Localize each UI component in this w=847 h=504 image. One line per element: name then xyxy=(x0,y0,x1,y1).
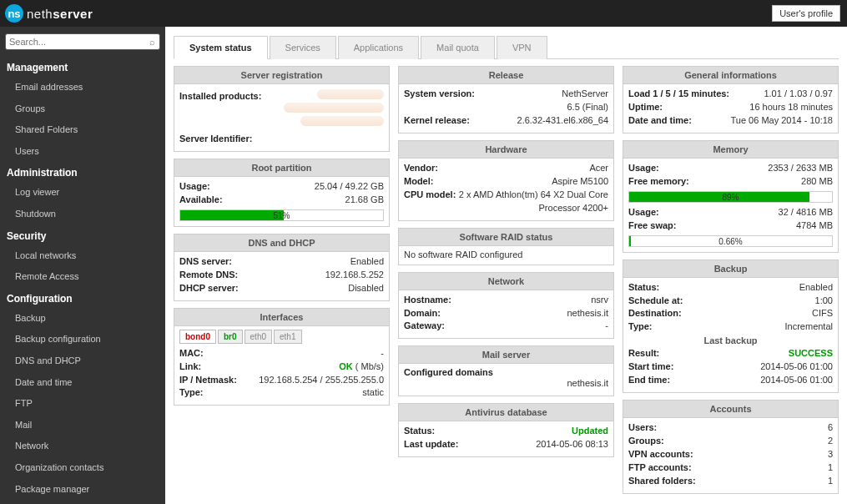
sidebar: ⌕ ManagementEmail addressesGroupsShared … xyxy=(0,27,165,504)
hw-label: CPU model: xyxy=(404,189,456,202)
ram-value: 2353 / 2633 MB xyxy=(768,162,833,175)
acc-value: 6 xyxy=(828,421,833,435)
release-value: 2.6.32-431.el6.x86_64 xyxy=(517,114,608,128)
hw-value: Acer xyxy=(589,162,608,175)
ram-label: Usage: xyxy=(628,162,659,175)
server-identifier-label: Server Identifier: xyxy=(179,133,252,146)
gen-value: 1.01 / 1.03 / 0.97 xyxy=(764,88,833,101)
backup-label: Status: xyxy=(628,281,659,295)
nav-section-security: Security xyxy=(0,225,165,245)
rootp-available-label: Available: xyxy=(179,194,223,207)
acc-value: 1 xyxy=(828,461,833,475)
nav-item-remote-access[interactable]: Remote Access xyxy=(0,266,165,288)
mail-panel: Mail server Configured domains nethesis.… xyxy=(398,345,614,396)
backup-last-row: End time:2014-05-06 01:00 xyxy=(628,374,833,387)
nav-item-organization-contacts[interactable]: Organization contacts xyxy=(0,457,165,479)
brand-text: nethserver xyxy=(27,7,93,21)
product-decor xyxy=(284,89,384,131)
mail-domain: nethesis.it xyxy=(567,377,608,391)
nav-item-log-viewer[interactable]: Log viewer xyxy=(0,182,165,204)
hw-label: Vendor: xyxy=(404,162,438,175)
dns-row: DHCP server:Disabled xyxy=(179,282,384,295)
iface-tab-br0[interactable]: br0 xyxy=(218,330,243,344)
acc-label: Users: xyxy=(628,421,657,435)
gen-label: Uptime: xyxy=(628,101,663,114)
nav-item-ftp[interactable]: FTP xyxy=(0,393,165,415)
nav-item-mail[interactable]: Mail xyxy=(0,415,165,436)
ram-row: Free memory:280 MB xyxy=(628,175,833,189)
nav-item-package-manager[interactable]: Package manager xyxy=(0,479,165,501)
av-status-value: Updated xyxy=(572,425,608,438)
iface-tab-bond0[interactable]: bond0 xyxy=(179,330,216,344)
panel-title: Antivirus database xyxy=(399,404,613,421)
nav-item-shared-folders[interactable]: Shared Folders xyxy=(0,119,165,141)
interfaces-panel: Interfaces bond0br0eth0eth1 MAC:-Link:OK… xyxy=(174,308,390,406)
antivirus-panel: Antivirus database Status:Updated Last u… xyxy=(398,403,614,457)
nav-section-configuration: Configuration xyxy=(0,288,165,308)
nav-item-dns-and-dhcp[interactable]: DNS and DHCP xyxy=(0,350,165,372)
rootp-available-value: 21.68 GB xyxy=(345,194,384,207)
installed-products-label: Installed products: xyxy=(179,90,261,103)
tab-services[interactable]: Services xyxy=(270,36,336,59)
panel-title: Hardware xyxy=(399,141,613,159)
iface-row: Type:static xyxy=(179,386,384,400)
rootp-usage-value: 25.04 / 49.22 GB xyxy=(315,180,384,194)
general-info-panel: General informations Load 1 / 5 / 15 min… xyxy=(623,66,839,134)
nav-item-backup-configuration[interactable]: Backup configuration xyxy=(0,329,165,350)
nav-item-backup[interactable]: Backup xyxy=(0,308,165,330)
tab-system-status[interactable]: System status xyxy=(174,36,268,59)
acc-label: Groups: xyxy=(628,435,664,448)
tab-applications[interactable]: Applications xyxy=(338,36,419,59)
backup-last-value: SUCCESS xyxy=(789,347,833,360)
av-last-label: Last update: xyxy=(404,438,458,451)
search-input[interactable] xyxy=(5,33,160,50)
mail-configured-label: Configured domains xyxy=(404,367,608,377)
backup-panel: Backup Status:EnabledSchedule at:1:00Des… xyxy=(623,260,839,394)
net-label: Domain: xyxy=(404,307,441,320)
acc-row: Shared folders:1 xyxy=(628,475,833,488)
backup-value: 1:00 xyxy=(815,295,833,308)
backup-value: CIFS xyxy=(812,307,833,320)
hw-value: Aspire M5100 xyxy=(552,175,608,189)
users-profile-button[interactable]: User's profile xyxy=(772,5,840,22)
raid-text: No software RAID configured xyxy=(404,249,608,260)
nav-item-network[interactable]: Network xyxy=(0,436,165,457)
acc-label: FTP accounts: xyxy=(628,461,692,475)
brand-name-bold: server xyxy=(53,7,93,21)
last-backup-title: Last backup xyxy=(628,334,833,347)
backup-row: Type:Incremental xyxy=(628,320,833,334)
nav-item-date-and-time[interactable]: Date and time xyxy=(0,372,165,394)
nav-item-server-name[interactable]: Server name xyxy=(0,500,165,504)
dns-value: Disabled xyxy=(348,282,384,295)
hw-value: 2 x AMD Athlon(tm) 64 X2 Dual Core Proce… xyxy=(456,189,608,215)
backup-value: Incremental xyxy=(785,320,833,334)
nav-item-shutdown[interactable]: Shutdown xyxy=(0,204,165,225)
net-value: nethesis.it xyxy=(567,307,608,320)
brand-logo: ns xyxy=(5,4,23,23)
acc-row: VPN accounts:3 xyxy=(628,448,833,461)
net-label: Gateway: xyxy=(404,320,445,333)
nav-item-users[interactable]: Users xyxy=(0,141,165,163)
ram-row: Usage:2353 / 2633 MB xyxy=(628,162,833,175)
backup-last-label: Result: xyxy=(628,347,659,360)
ram-progress: 89% xyxy=(628,191,833,203)
release-panel: Release System version:NethServer6.5 (Fi… xyxy=(398,66,614,134)
dns-label: DNS server: xyxy=(179,255,232,269)
nav-item-email-addresses[interactable]: Email addresses xyxy=(0,77,165,98)
nav-item-groups[interactable]: Groups xyxy=(0,98,165,120)
iface-label: Type: xyxy=(179,386,204,400)
iface-tab-eth0[interactable]: eth0 xyxy=(245,330,272,344)
iface-label: Link: xyxy=(179,360,201,374)
backup-last-row: Result:SUCCESS xyxy=(628,347,833,360)
tab-mail-quota[interactable]: Mail quota xyxy=(421,36,495,59)
release-row: System version:NethServer xyxy=(404,88,608,101)
tab-vpn[interactable]: VPN xyxy=(497,36,547,59)
iface-value: OK ( Mb/s) xyxy=(339,360,384,374)
acc-value: 1 xyxy=(828,475,833,488)
backup-row: Schedule at:1:00 xyxy=(628,295,833,308)
iface-tab-eth1[interactable]: eth1 xyxy=(274,330,301,344)
swap-label: Usage: xyxy=(628,206,659,219)
dns-label: DHCP server: xyxy=(179,282,239,295)
nav-item-local-networks[interactable]: Local networks xyxy=(0,245,165,267)
panel-title: DNS and DHCP xyxy=(174,234,389,252)
